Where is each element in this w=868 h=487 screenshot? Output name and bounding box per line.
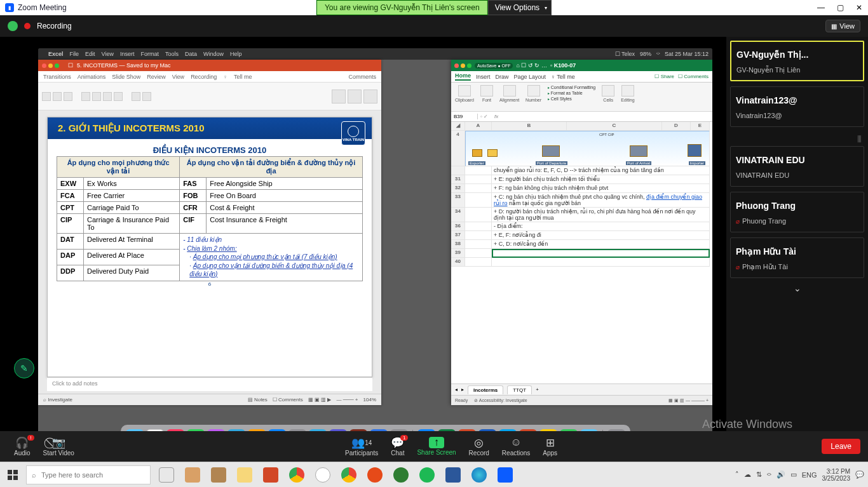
taskbar-icon[interactable] — [440, 462, 466, 488]
encryption-shield-icon[interactable] — [8, 21, 18, 31]
tab-recording[interactable]: Recording — [191, 74, 217, 80]
fmt-table[interactable]: Format as Table — [548, 91, 583, 95]
status-comments[interactable]: Comments — [278, 397, 303, 403]
participant-tile[interactable]: VINATRAIN EDU VINATRAIN EDU — [730, 146, 864, 187]
xl-tab-insert[interactable]: Insert — [476, 74, 491, 80]
cell[interactable]: chuyển giao rủi ro: E, F, C, D --> trách… — [492, 166, 710, 175]
autosave-toggle[interactable]: AutoSave ● OFF — [475, 63, 513, 69]
menubar-battery[interactable]: 98% — [640, 51, 651, 57]
audio-button[interactable]: 🎧 ! Audio — [8, 436, 37, 457]
participant-tile[interactable]: Vinatrain123@ Vinatrain123@ — [730, 86, 864, 127]
cell[interactable]: + E, F: nơi/cảng đi — [492, 231, 710, 240]
menu-edit[interactable]: Edit — [85, 51, 95, 57]
annotate-button[interactable]: ✎ — [14, 358, 34, 378]
cell[interactable]: + D: người bán chịu trách nhiệm, rủi ro,… — [492, 208, 710, 222]
taskbar-icon[interactable] — [388, 462, 414, 488]
menubar-wifi-icon[interactable]: ⌔ — [656, 51, 660, 57]
cell[interactable]: + F: ng bán không chịu trách nhiệm thuê … — [492, 184, 710, 193]
cell[interactable]: + C: ng bán chịu trách nhiệm thuê ptvt c… — [492, 193, 710, 208]
chat-button[interactable]: 💬 1 Chat — [384, 436, 410, 457]
notification-center-icon[interactable]: 💬 — [855, 470, 864, 479]
row-header[interactable]: 40 — [451, 258, 465, 267]
rb-icon[interactable] — [114, 92, 123, 101]
mac-app-name[interactable]: Excel — [48, 51, 64, 57]
tab-tellme[interactable]: Tell me — [234, 74, 252, 80]
cell[interactable]: + C, D: nơi/cảng đến — [492, 240, 710, 249]
cell-styles[interactable]: Cell Styles — [548, 97, 572, 101]
tab-transitions[interactable]: Transitions — [43, 74, 71, 80]
rb-icon[interactable] — [363, 90, 377, 103]
participant-tile[interactable]: Phạm Hữu Tài ⌀Phạm Hữu Tài — [730, 237, 864, 278]
row-header[interactable]: 36 — [451, 222, 465, 231]
taskbar-icon[interactable] — [310, 462, 336, 488]
close-button[interactable]: ✕ — [855, 4, 863, 11]
row-header[interactable]: 37 — [451, 231, 465, 240]
tray-volume-icon[interactable]: 🔊 — [776, 470, 785, 479]
ppt-min-icon[interactable] — [48, 63, 53, 68]
search-box[interactable]: ⌕ Type here to search — [26, 465, 151, 484]
panel-divider-handle[interactable]: ⦀ — [730, 132, 864, 146]
col-header[interactable]: B — [492, 122, 567, 131]
sheet-tab-incoterms[interactable]: Incoterms — [468, 385, 503, 394]
tab-animations[interactable]: Animations — [78, 74, 106, 80]
rb-icon[interactable] — [527, 85, 540, 97]
taskbar-zoom-icon[interactable] — [492, 462, 518, 488]
tab-review[interactable]: Review — [147, 74, 166, 80]
sheet-tab-ttqt[interactable]: TTQT — [507, 385, 532, 394]
taskbar-icon[interactable] — [206, 462, 231, 488]
rb-icon[interactable] — [503, 85, 516, 97]
share-screen-button[interactable]: ↑ Share Screen — [410, 437, 462, 456]
ppt-titlebar[interactable]: ☐ 5. INCOTERMS — Saved to my Mac — [38, 60, 381, 71]
sheet-nav-prev[interactable]: ◂ — [455, 387, 458, 392]
tray-wifi-icon[interactable]: ⌔ — [767, 471, 771, 479]
xl-tab-home[interactable]: Home — [455, 72, 471, 81]
xl-comments-button[interactable]: Comments — [684, 74, 709, 79]
record-button[interactable]: ◎ Record — [463, 436, 496, 457]
rb-icon[interactable] — [64, 92, 72, 101]
task-view-button[interactable] — [154, 462, 179, 488]
apps-button[interactable]: ⊞ Apps — [536, 436, 564, 457]
cell[interactable]: + E: người bán chịu trách nhiệm tối thiể… — [492, 175, 710, 184]
reactions-button[interactable]: ☺ Reactions — [496, 436, 536, 457]
row-header[interactable]: 39 — [451, 249, 465, 258]
taskbar-chrome-icon[interactable] — [336, 462, 362, 488]
rb-icon[interactable] — [142, 92, 151, 101]
row-header[interactable]: 38 — [451, 240, 465, 249]
rb-icon[interactable] — [53, 92, 62, 101]
cond-fmt[interactable]: Conditional Formatting — [548, 85, 595, 90]
tray-input-icon[interactable]: ENG — [802, 471, 817, 479]
menu-file[interactable]: File — [70, 51, 79, 57]
col-header[interactable]: D — [662, 122, 691, 131]
tab-view[interactable]: View — [172, 74, 184, 80]
minimize-button[interactable]: — — [817, 4, 825, 11]
rb-icon[interactable] — [103, 92, 112, 101]
xl-tab-tellme[interactable]: Tell me — [557, 74, 575, 80]
rb-icon[interactable] — [480, 85, 493, 97]
formula-bar[interactable]: B39 ◦ ✓ fx — [451, 112, 712, 122]
row-header[interactable]: 4 — [451, 131, 465, 166]
active-cell[interactable] — [492, 249, 710, 258]
ppt-comments-button[interactable]: Comments — [348, 74, 376, 80]
name-box[interactable]: B39 — [451, 114, 478, 119]
file-explorer-icon[interactable] — [232, 462, 257, 488]
row-header[interactable] — [451, 166, 465, 175]
sheet-tab-add[interactable]: + — [536, 387, 539, 392]
leave-button[interactable]: Leave — [822, 439, 860, 454]
tray-network-icon[interactable]: ⇅ — [756, 470, 762, 479]
start-video-button[interactable]: ⃠📷 Start Video — [37, 436, 81, 457]
ppt-close-icon[interactable] — [42, 63, 46, 68]
start-button[interactable] — [0, 462, 25, 488]
tray-cloud-icon[interactable]: ☁ — [744, 470, 751, 479]
taskbar-icon[interactable] — [180, 462, 205, 488]
participants-button[interactable]: 👥 14 Participants — [339, 436, 384, 457]
row-header[interactable]: 32 — [451, 184, 465, 193]
cell[interactable] — [492, 258, 710, 267]
view-mode-button[interactable]: View — [825, 20, 860, 32]
menubar-telex[interactable]: ☐ Telex — [615, 51, 635, 57]
rb-icon[interactable] — [332, 90, 346, 103]
rb-icon[interactable] — [132, 92, 140, 101]
menu-data[interactable]: Data — [185, 51, 197, 57]
menu-insert[interactable]: Insert — [120, 51, 135, 57]
rb-icon[interactable] — [621, 85, 634, 97]
cell[interactable]: - Địa điểm: — [492, 222, 710, 231]
